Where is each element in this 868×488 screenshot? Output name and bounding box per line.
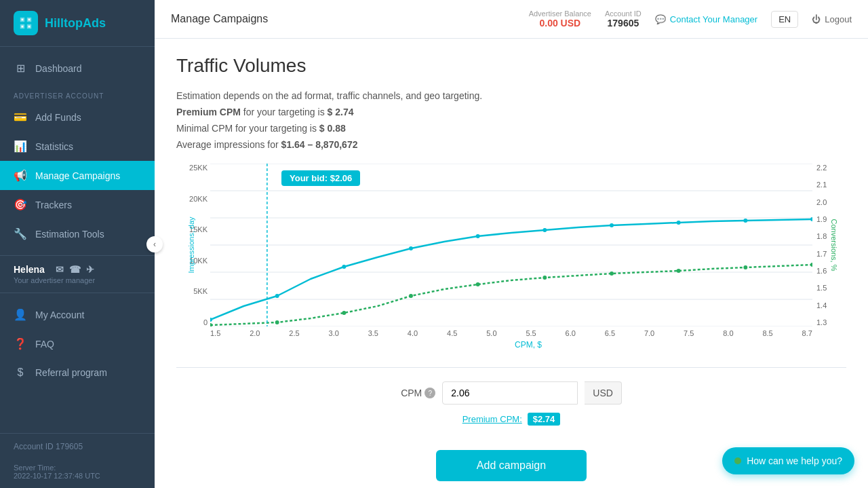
sidebar-manager: Helena ✉ ☎ ✈ Your advertiser manager [0, 255, 155, 293]
svg-point-24 [677, 269, 681, 273]
sidebar-item-label: Manage Campaigns [35, 170, 120, 181]
server-time-label: Server Time: [14, 464, 141, 472]
logout-icon: ⏻ [812, 14, 821, 24]
sidebar-item-label: Dashboard [35, 63, 82, 74]
logo-text: HilltopAds [45, 16, 106, 31]
cpm-input-row: CPM ? USD [401, 381, 622, 405]
y-right-label: Conversions, % [829, 219, 837, 271]
account-id-label: Account ID [605, 10, 642, 18]
sidebar-item-label: My Account [35, 309, 84, 320]
sidebar: HilltopAds ⊞ Dashboard ADVERTISER ACCOUN… [0, 0, 155, 488]
balance-label: Advertiser Balance [529, 10, 591, 18]
x-tick: 6.5 [605, 329, 615, 337]
info-line3: Minimal CPM for your targeting is $ 0.88 [176, 123, 846, 134]
traffic-chart: Your bid: $2.06 [176, 164, 846, 354]
skype-icon[interactable]: ☎ [69, 264, 81, 275]
sidebar-item-label: Statistics [35, 141, 73, 152]
chat-bubble[interactable]: How can we help you? [722, 447, 854, 474]
x-axis: 1.5 2.0 2.5 3.0 3.5 4.0 4.5 5.0 5.5 6.0 … [210, 329, 812, 337]
premium-cpm-link[interactable]: Premium CPM: [462, 414, 522, 424]
svg-point-21 [476, 282, 480, 286]
svg-point-10 [409, 246, 413, 250]
svg-point-18 [275, 320, 279, 324]
sidebar-item-referral[interactable]: $ Referral program [0, 358, 155, 387]
chat-label: How can we help you? [747, 455, 842, 466]
grid-icon: ⊞ [14, 62, 27, 75]
x-axis-label: CPM, $ [210, 340, 846, 350]
dollar-icon: $ [14, 367, 27, 379]
premium-cpm-value-inline: $ 2.74 [328, 107, 354, 117]
server-time: Server Time: 2022-10-17 12:37:48 UTC [0, 459, 155, 488]
svg-point-17 [210, 323, 212, 326]
balance-value: 0.00 USD [529, 18, 591, 29]
add-campaign-button[interactable]: Add campaign [436, 450, 587, 481]
cpm-section: CPM ? USD Premium CPM: $2.74 [176, 367, 846, 439]
sidebar-logo: HilltopAds [0, 0, 155, 47]
sidebar-item-faq[interactable]: ❓ FAQ [0, 329, 155, 358]
sidebar-item-dashboard[interactable]: ⊞ Dashboard [0, 54, 155, 83]
contact-label: Contact Your Manager [670, 14, 757, 24]
y-tick: 1.4 [816, 301, 844, 309]
email-icon[interactable]: ✉ [56, 264, 64, 275]
sidebar-item-label: FAQ [35, 339, 54, 350]
sidebar-item-trackers[interactable]: 🎯 Trackers [0, 190, 155, 219]
premium-cpm-badge: $2.74 [528, 413, 561, 426]
x-tick: 7.5 [684, 329, 694, 337]
avg-impressions-range: $1.64 – 8,870,672 [281, 139, 358, 150]
svg-point-9 [342, 265, 346, 269]
x-tick: 8.0 [723, 329, 733, 337]
cpm-input[interactable] [442, 381, 578, 405]
y-tick: 20KK [178, 195, 208, 203]
info-line4: Average impressions for $1.64 – 8,870,67… [176, 139, 846, 150]
x-tick: 5.0 [486, 329, 496, 337]
sidebar-account-id: Account ID 179605 [0, 433, 155, 459]
premium-cpm-label: Premium CPM [176, 107, 241, 117]
sidebar-item-label: Add Funds [35, 112, 81, 123]
sidebar-collapse-button[interactable]: ‹ [146, 236, 163, 252]
sidebar-item-label: Referral program [35, 367, 107, 378]
info-line1: Estimation depends on the ad format, tra… [176, 90, 846, 101]
language-selector[interactable]: EN [771, 11, 798, 28]
page-title: Traffic Volumes [176, 55, 846, 77]
y-tick: 1.5 [816, 284, 844, 292]
y-tick: 5KK [178, 287, 208, 295]
svg-point-12 [542, 228, 547, 232]
x-tick: 1.5 [210, 329, 220, 337]
main-area: Manage Campaigns Advertiser Balance 0.00… [155, 0, 868, 488]
x-tick: 5.5 [526, 329, 536, 337]
logout-button[interactable]: ⏻ Logout [812, 14, 852, 24]
sidebar-item-estimation-tools[interactable]: 🔧 Estimation Tools [0, 219, 155, 248]
x-tick: 3.0 [329, 329, 339, 337]
chat-icon: 💬 [655, 14, 666, 24]
x-tick: 3.5 [368, 329, 378, 337]
sidebar-item-my-account[interactable]: 👤 My Account [0, 300, 155, 329]
account-id-value: 179605 [605, 18, 642, 29]
y-tick: 0 [178, 318, 208, 326]
manager-title: Your advertiser manager [14, 276, 141, 284]
cpm-help-icon[interactable]: ? [425, 388, 435, 398]
target-icon: 🎯 [14, 198, 27, 211]
header-title: Manage Campaigns [171, 13, 268, 25]
sidebar-item-manage-campaigns[interactable]: 📢 Manage Campaigns [0, 161, 155, 190]
y-tick: 2.2 [816, 164, 844, 172]
premium-cpm-row: Premium CPM: $2.74 [462, 413, 561, 426]
telegram-icon[interactable]: ✈ [86, 264, 94, 275]
y-tick: 2.1 [816, 181, 844, 189]
y-tick: 2.0 [816, 198, 844, 206]
sidebar-item-add-funds[interactable]: 💳 Add Funds [0, 102, 155, 132]
contact-manager-button[interactable]: 💬 Contact Your Manager [655, 14, 757, 24]
user-icon: 👤 [14, 308, 27, 321]
sidebar-item-statistics[interactable]: 📊 Statistics [0, 132, 155, 161]
svg-point-20 [409, 294, 413, 298]
x-tick: 6.0 [566, 329, 576, 337]
sidebar-item-label: Estimation Tools [35, 229, 104, 240]
cpm-currency: USD [585, 381, 622, 405]
logo-icon [14, 11, 38, 35]
svg-point-26 [810, 263, 812, 267]
cpm-label: CPM ? [401, 388, 435, 398]
manager-contact-icons: ✉ ☎ ✈ [56, 264, 94, 275]
server-time-value: 2022-10-17 12:37:48 UTC [14, 472, 141, 480]
x-tick: 7.0 [644, 329, 654, 337]
svg-point-25 [743, 265, 747, 269]
logout-label: Logout [825, 14, 852, 24]
